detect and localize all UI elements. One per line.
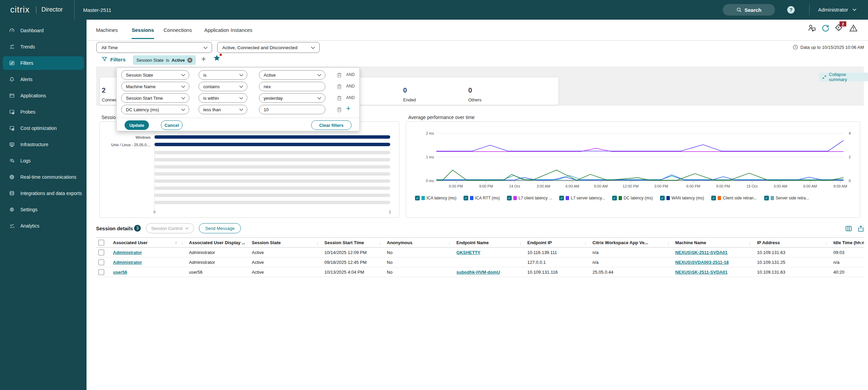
legend-checkbox[interactable]: ✓ [559,196,564,200]
header-endpoint-name[interactable]: Endpoint Name [449,240,520,245]
select-all-checkbox[interactable] [98,240,104,246]
header-ip-address[interactable]: IP Address [750,240,826,245]
filter-operator-select-3[interactable]: is within [199,93,247,103]
sidebar-item-label: Real-time communications [20,174,76,180]
send-message-button[interactable]: Send Message [199,223,241,233]
endpoint-name-link[interactable]: subodhk-HVM-domU [456,270,500,275]
help-button[interactable]: ? [787,6,795,14]
os-bar-windows[interactable] [154,135,390,139]
row-checkbox[interactable] [98,269,104,275]
user-menu[interactable]: Administrator [818,7,848,13]
delete-filter-row-icon[interactable] [337,95,342,101]
endpoint-name-link[interactable]: GKSHETTY [456,250,480,255]
legend-checkbox[interactable]: ✓ [660,196,665,200]
sidebar-item-real-time-communications[interactable]: Real-time communications [3,170,84,184]
column-settings-icon[interactable] [845,225,852,232]
delete-filter-row-icon[interactable] [337,106,342,113]
sidebar-item-label: Filters [20,60,33,66]
sidebar-item-analytics[interactable]: Analytics [3,219,84,233]
warning-icon[interactable] [849,24,858,33]
sidebar-item-applications[interactable]: Applications [3,89,84,102]
refresh-icon[interactable] [821,24,830,33]
delete-filter-row-icon[interactable] [337,83,342,90]
associated-user-link[interactable]: user56 [113,270,127,275]
search-button[interactable]: Search [723,4,775,16]
filter-field-select-3[interactable]: Session Start Time [121,93,189,103]
tab-application-instances[interactable]: Application Instances [204,27,252,33]
legend-checkbox[interactable]: ✓ [507,196,512,200]
sidebar-item-dashboard[interactable]: Dashboard [3,24,84,37]
chip-remove-icon[interactable]: ✕ [187,58,192,63]
filter-value-input-4[interactable] [259,105,325,114]
delete-filter-row-icon[interactable] [337,72,342,78]
legend-checkbox[interactable]: ✓ [464,196,468,200]
legend-swatch [771,196,774,200]
time-range-dropdown[interactable]: All Time [96,42,212,53]
filter-chip-session-state[interactable]: Session State is Active ✕ [133,55,196,65]
x-tick-label: 6:00 AM [803,184,817,188]
tab-connections[interactable]: Connections [164,27,192,33]
chip-operator: is [166,58,169,63]
add-condition-button[interactable]: + [346,104,351,113]
clear-filters-button[interactable]: Clear filters [311,120,352,130]
row-checkbox[interactable] [98,259,104,265]
cancel-button[interactable]: Cancel [161,120,183,130]
chevron-down-icon[interactable] [852,8,856,11]
header-session-start-time[interactable]: Session Start Time [317,240,380,245]
sidebar-item-integrations-and-data-exports[interactable]: Integrations and data exports [3,187,84,200]
header-associated-user-display[interactable]: Associated User Display ... [182,240,245,245]
filter-field-select-2[interactable]: Machine Name [121,82,189,91]
header-associated-user[interactable]: Associated User↑ [113,240,182,245]
sidebar-item-cost-optimization[interactable]: Cost optimization [3,121,84,135]
favorite-filters-button[interactable] [213,54,221,62]
sidebar-item-filters[interactable]: Filters [3,56,84,70]
legend-checkbox[interactable]: ✓ [764,196,769,200]
header-workspace-app-version[interactable]: Citrix Workspace App Ve... [585,240,668,245]
filter-operator-select-2[interactable]: contains [199,82,247,91]
collapse-summary-button[interactable]: Collapse summary [819,73,868,81]
sidebar-item-trends[interactable]: Trends [3,40,84,54]
associated-user-link[interactable]: Administrator [113,260,142,265]
header-session-state[interactable]: Session State [245,240,317,245]
header-anonymous[interactable]: Anonymous [380,240,449,245]
legend-checkbox[interactable]: ✓ [415,196,420,200]
export-icon[interactable] [857,225,865,232]
feedback-icon[interactable] [808,24,816,33]
legend-label: Server side retra... [776,196,809,200]
sidebar-item-label: Infrastructure [20,142,48,147]
machine-name-link[interactable]: NEXUS\SK-2511-SVDA01 [675,270,728,275]
row-checkbox[interactable] [98,250,104,255]
filter-operator-select-4[interactable]: less than [199,105,247,114]
filter-value-input-2[interactable] [259,82,325,91]
associated-user-link[interactable]: Administrator [113,250,142,255]
header-endpoint-ip[interactable]: Endpoint IP [520,240,585,245]
filter-operator-select-1[interactable]: is [199,70,247,80]
sidebar-item-infrastructure[interactable]: Infrastructure [3,138,84,151]
tab-sessions[interactable]: Sessions [132,27,154,33]
update-button[interactable]: Update [125,120,149,130]
stat-others-label: Others [468,97,482,102]
sidebar-item-logs[interactable]: Logs [3,154,84,168]
tab-machines[interactable]: Machines [96,27,118,33]
legend-checkbox[interactable]: ✓ [711,196,716,200]
cell-anonymous: No [380,250,449,255]
machine-name-link[interactable]: NEXUS\SVDA003-2511-18 [675,260,729,265]
machine-name-link[interactable]: NEXUS\SK-2511-SVDA01 [675,250,728,255]
header-idle-time[interactable]: Idle Time (hh:mm) [826,240,864,245]
session-state-dropdown[interactable]: Active, Connected and Disconnected [217,42,320,53]
os-bar-unix[interactable] [154,143,390,146]
add-filter-button[interactable]: + [201,54,206,64]
filter-value-select-3[interactable]: yesterday [259,93,325,103]
session-control-button[interactable]: Session Control [146,223,194,233]
sort-ascending-icon[interactable]: ↑ [175,240,177,245]
sidebar-item-settings[interactable]: Settings [3,203,84,216]
filters-button[interactable]: Filters [110,57,126,62]
filter-value-select-1[interactable]: Active [259,70,325,80]
filter-field-select-4[interactable]: DC Latency (ms) [121,105,189,114]
alerts-tag-button[interactable]: 2 [834,23,844,33]
sidebar-item-alerts[interactable]: Alerts [3,73,84,86]
legend-checkbox[interactable]: ✓ [612,196,617,200]
sidebar-item-probes[interactable]: Probes [3,105,84,119]
header-machine-name[interactable]: Machine Name [668,240,750,245]
filter-field-select-1[interactable]: Session State [121,70,189,80]
